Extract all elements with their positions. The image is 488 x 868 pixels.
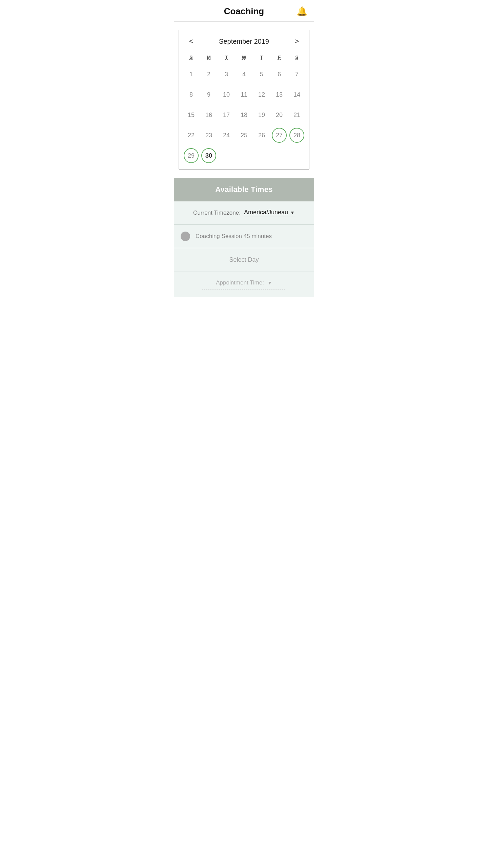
calendar-day[interactable]: 25 xyxy=(235,125,253,145)
calendar-day[interactable]: 19 xyxy=(253,105,270,125)
calendar-day-28[interactable]: 28 xyxy=(288,125,306,145)
page-title: Coaching xyxy=(224,6,264,17)
appointment-label: Appointment Time: xyxy=(216,279,264,286)
calendar-day[interactable]: 23 xyxy=(200,125,218,145)
calendar-day[interactable]: 5 xyxy=(253,64,270,84)
appointment-underline xyxy=(202,288,286,290)
calendar-month-year: September 2019 xyxy=(219,38,269,45)
calendar-grid: S M T W T F S 1 2 3 4 5 6 7 8 9 10 11 12… xyxy=(182,53,306,166)
session-label: Coaching Session 45 minutes xyxy=(196,233,272,240)
calendar-day[interactable]: 6 xyxy=(270,64,288,84)
session-row: Coaching Session 45 minutes xyxy=(174,225,314,248)
day-header-fri: F xyxy=(270,53,288,64)
calendar-day-30[interactable]: 30 xyxy=(200,145,218,166)
prev-month-button[interactable]: < xyxy=(186,36,197,47)
calendar-day[interactable]: 2 xyxy=(200,64,218,84)
timezone-value: America/Juneau xyxy=(244,209,288,216)
calendar-day[interactable]: 26 xyxy=(253,125,270,145)
session-radio-icon[interactable] xyxy=(181,232,190,241)
calendar-day[interactable]: 3 xyxy=(218,64,235,84)
calendar-day[interactable]: 7 xyxy=(288,64,306,84)
day-header-sat: S xyxy=(288,53,306,64)
select-day-label: Select Day xyxy=(229,256,259,263)
day-header-mon: M xyxy=(200,53,218,64)
calendar-nav: < September 2019 > xyxy=(182,36,306,53)
chevron-down-icon: ▼ xyxy=(267,280,272,285)
calendar-day[interactable]: 9 xyxy=(200,84,218,105)
day-header-sun: S xyxy=(182,53,200,64)
calendar-day[interactable]: 20 xyxy=(270,105,288,125)
calendar-day[interactable]: 24 xyxy=(218,125,235,145)
calendar-day[interactable]: 1 xyxy=(182,64,200,84)
calendar-day[interactable]: 13 xyxy=(270,84,288,105)
calendar-day[interactable]: 21 xyxy=(288,105,306,125)
calendar-day-empty xyxy=(270,145,288,166)
calendar-day-27[interactable]: 27 xyxy=(270,125,288,145)
calendar-day[interactable]: 8 xyxy=(182,84,200,105)
available-times-section: Current Timezone: America/Juneau ▼ Coach… xyxy=(174,201,314,297)
calendar-day-empty xyxy=(218,145,235,166)
select-day-row[interactable]: Select Day xyxy=(174,248,314,272)
calendar-day[interactable]: 4 xyxy=(235,64,253,84)
calendar: < September 2019 > S M T W T F S 1 2 3 4… xyxy=(179,30,309,170)
day-header-tue: T xyxy=(218,53,235,64)
header: Coaching 🔔 xyxy=(174,0,314,22)
calendar-day[interactable]: 16 xyxy=(200,105,218,125)
timezone-label: Current Timezone: xyxy=(193,210,241,216)
timezone-row: Current Timezone: America/Juneau ▼ xyxy=(174,201,314,225)
day-header-thu: T xyxy=(253,53,270,64)
calendar-day-empty xyxy=(288,145,306,166)
timezone-select[interactable]: America/Juneau ▼ xyxy=(244,209,295,217)
calendar-day[interactable]: 14 xyxy=(288,84,306,105)
day-header-wed: W xyxy=(235,53,253,64)
chevron-down-icon: ▼ xyxy=(290,210,295,215)
calendar-day[interactable]: 12 xyxy=(253,84,270,105)
available-times-title: Available Times xyxy=(215,185,273,194)
calendar-day-empty xyxy=(253,145,270,166)
available-times-header: Available Times xyxy=(174,178,314,201)
calendar-day[interactable]: 11 xyxy=(235,84,253,105)
next-month-button[interactable]: > xyxy=(291,36,302,47)
notification-bell-icon[interactable]: 🔔 xyxy=(297,6,307,17)
appointment-wrapper: Appointment Time: ▼ xyxy=(174,272,314,297)
calendar-day[interactable]: 10 xyxy=(218,84,235,105)
appointment-row[interactable]: Appointment Time: ▼ xyxy=(174,272,314,288)
calendar-day[interactable]: 15 xyxy=(182,105,200,125)
calendar-day[interactable]: 18 xyxy=(235,105,253,125)
calendar-day-empty xyxy=(235,145,253,166)
calendar-day-29[interactable]: 29 xyxy=(182,145,200,166)
calendar-day[interactable]: 17 xyxy=(218,105,235,125)
calendar-day[interactable]: 22 xyxy=(182,125,200,145)
